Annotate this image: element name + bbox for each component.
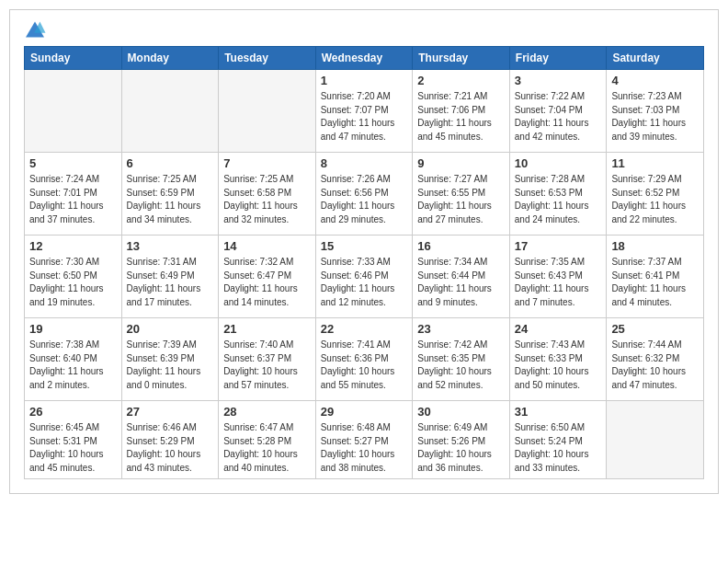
day-info: Sunrise: 7:31 AM Sunset: 6:49 PM Dayligh…: [127, 256, 214, 309]
day-number: 4: [611, 74, 699, 87]
calendar-cell: 4Sunrise: 7:23 AM Sunset: 7:03 PM Daylig…: [607, 70, 704, 153]
day-info: Sunrise: 7:39 AM Sunset: 6:39 PM Dayligh…: [127, 339, 214, 392]
calendar-table: SundayMondayTuesdayWednesdayThursdayFrid…: [24, 46, 704, 479]
calendar-cell: 2Sunrise: 7:21 AM Sunset: 7:06 PM Daylig…: [413, 70, 510, 153]
logo-icon: [24, 20, 46, 39]
calendar-cell: 25Sunrise: 7:44 AM Sunset: 6:32 PM Dayli…: [607, 318, 704, 401]
calendar-cell: 15Sunrise: 7:33 AM Sunset: 6:46 PM Dayli…: [315, 236, 413, 318]
day-info: Sunrise: 7:37 AM Sunset: 6:41 PM Dayligh…: [611, 256, 699, 309]
day-number: 20: [127, 322, 214, 336]
header: [24, 19, 704, 39]
weekday-header: Saturday: [607, 47, 704, 70]
calendar-week-row: 19Sunrise: 7:38 AM Sunset: 6:40 PM Dayli…: [25, 318, 704, 401]
day-info: Sunrise: 7:24 AM Sunset: 7:01 PM Dayligh…: [29, 173, 117, 226]
day-info: Sunrise: 7:29 AM Sunset: 6:52 PM Dayligh…: [611, 173, 699, 226]
day-number: 25: [611, 322, 699, 336]
day-number: 8: [321, 156, 408, 170]
day-info: Sunrise: 7:32 AM Sunset: 6:47 PM Dayligh…: [223, 256, 311, 309]
day-number: 7: [223, 156, 311, 170]
day-number: 17: [515, 239, 602, 253]
logo: [24, 19, 50, 39]
day-number: 22: [321, 322, 408, 336]
calendar-cell: 11Sunrise: 7:29 AM Sunset: 6:52 PM Dayli…: [607, 153, 704, 236]
day-number: 5: [29, 156, 117, 170]
calendar-week-row: 1Sunrise: 7:20 AM Sunset: 7:07 PM Daylig…: [25, 70, 704, 153]
calendar-cell: 17Sunrise: 7:35 AM Sunset: 6:43 PM Dayli…: [509, 236, 607, 318]
day-number: 9: [417, 156, 505, 170]
calendar-cell: [219, 70, 316, 153]
day-info: Sunrise: 7:26 AM Sunset: 6:56 PM Dayligh…: [321, 173, 408, 226]
weekday-header-row: SundayMondayTuesdayWednesdayThursdayFrid…: [25, 47, 704, 70]
day-info: Sunrise: 7:42 AM Sunset: 6:35 PM Dayligh…: [417, 339, 505, 392]
day-info: Sunrise: 7:30 AM Sunset: 6:50 PM Dayligh…: [29, 256, 117, 309]
day-number: 31: [515, 405, 602, 419]
calendar-cell: 30Sunrise: 6:49 AM Sunset: 5:26 PM Dayli…: [413, 401, 510, 479]
day-info: Sunrise: 6:50 AM Sunset: 5:24 PM Dayligh…: [515, 421, 602, 475]
calendar-cell: 19Sunrise: 7:38 AM Sunset: 6:40 PM Dayli…: [25, 318, 122, 401]
day-info: Sunrise: 7:41 AM Sunset: 6:36 PM Dayligh…: [321, 339, 408, 392]
calendar-cell: [25, 70, 122, 153]
calendar-cell: 23Sunrise: 7:42 AM Sunset: 6:35 PM Dayli…: [413, 318, 510, 401]
calendar-cell: 13Sunrise: 7:31 AM Sunset: 6:49 PM Dayli…: [121, 236, 219, 318]
calendar-cell: [121, 70, 219, 153]
day-number: 19: [29, 322, 117, 336]
day-number: 10: [515, 156, 602, 170]
day-info: Sunrise: 7:38 AM Sunset: 6:40 PM Dayligh…: [29, 339, 117, 392]
day-number: 18: [611, 239, 699, 253]
day-info: Sunrise: 7:23 AM Sunset: 7:03 PM Dayligh…: [611, 90, 699, 144]
day-info: Sunrise: 7:27 AM Sunset: 6:55 PM Dayligh…: [417, 173, 505, 226]
day-number: 23: [417, 322, 505, 336]
calendar-cell: 29Sunrise: 6:48 AM Sunset: 5:27 PM Dayli…: [315, 401, 413, 479]
calendar-week-row: 12Sunrise: 7:30 AM Sunset: 6:50 PM Dayli…: [25, 236, 704, 318]
calendar-cell: 21Sunrise: 7:40 AM Sunset: 6:37 PM Dayli…: [219, 318, 316, 401]
day-info: Sunrise: 7:20 AM Sunset: 7:07 PM Dayligh…: [321, 90, 408, 144]
calendar-cell: 3Sunrise: 7:22 AM Sunset: 7:04 PM Daylig…: [509, 70, 607, 153]
calendar-cell: 20Sunrise: 7:39 AM Sunset: 6:39 PM Dayli…: [121, 318, 219, 401]
calendar-cell: 16Sunrise: 7:34 AM Sunset: 6:44 PM Dayli…: [413, 236, 510, 318]
day-number: 30: [417, 405, 505, 419]
day-number: 28: [223, 405, 311, 419]
day-info: Sunrise: 6:45 AM Sunset: 5:31 PM Dayligh…: [29, 421, 117, 475]
weekday-header: Monday: [121, 47, 219, 70]
calendar-cell: 8Sunrise: 7:26 AM Sunset: 6:56 PM Daylig…: [315, 153, 413, 236]
day-info: Sunrise: 6:46 AM Sunset: 5:29 PM Dayligh…: [127, 421, 214, 475]
day-number: 12: [29, 239, 117, 253]
day-info: Sunrise: 7:28 AM Sunset: 6:53 PM Dayligh…: [515, 173, 602, 226]
calendar-cell: [607, 401, 704, 479]
calendar-cell: 14Sunrise: 7:32 AM Sunset: 6:47 PM Dayli…: [219, 236, 316, 318]
day-number: 16: [417, 239, 505, 253]
calendar-container: SundayMondayTuesdayWednesdayThursdayFrid…: [9, 9, 719, 494]
day-info: Sunrise: 6:49 AM Sunset: 5:26 PM Dayligh…: [417, 421, 505, 475]
calendar-cell: 18Sunrise: 7:37 AM Sunset: 6:41 PM Dayli…: [607, 236, 704, 318]
day-number: 11: [611, 156, 699, 170]
day-info: Sunrise: 7:34 AM Sunset: 6:44 PM Dayligh…: [417, 256, 505, 309]
day-info: Sunrise: 7:25 AM Sunset: 6:58 PM Dayligh…: [223, 173, 311, 226]
calendar-cell: 12Sunrise: 7:30 AM Sunset: 6:50 PM Dayli…: [25, 236, 122, 318]
day-number: 3: [515, 74, 602, 87]
day-number: 13: [127, 239, 214, 253]
day-info: Sunrise: 7:35 AM Sunset: 6:43 PM Dayligh…: [515, 256, 602, 309]
weekday-header: Friday: [509, 47, 607, 70]
calendar-cell: 31Sunrise: 6:50 AM Sunset: 5:24 PM Dayli…: [509, 401, 607, 479]
weekday-header: Sunday: [25, 47, 122, 70]
day-info: Sunrise: 7:25 AM Sunset: 6:59 PM Dayligh…: [127, 173, 214, 226]
day-number: 15: [321, 239, 408, 253]
calendar-cell: 28Sunrise: 6:47 AM Sunset: 5:28 PM Dayli…: [219, 401, 316, 479]
day-info: Sunrise: 7:43 AM Sunset: 6:33 PM Dayligh…: [515, 339, 602, 392]
day-number: 27: [127, 405, 214, 419]
day-number: 2: [417, 74, 505, 87]
calendar-cell: 5Sunrise: 7:24 AM Sunset: 7:01 PM Daylig…: [25, 153, 122, 236]
day-info: Sunrise: 7:22 AM Sunset: 7:04 PM Dayligh…: [515, 90, 602, 144]
weekday-header: Tuesday: [219, 47, 316, 70]
day-number: 24: [515, 322, 602, 336]
calendar-cell: 9Sunrise: 7:27 AM Sunset: 6:55 PM Daylig…: [413, 153, 510, 236]
day-number: 26: [29, 405, 117, 419]
day-info: Sunrise: 6:47 AM Sunset: 5:28 PM Dayligh…: [223, 421, 311, 475]
calendar-cell: 10Sunrise: 7:28 AM Sunset: 6:53 PM Dayli…: [509, 153, 607, 236]
calendar-cell: 6Sunrise: 7:25 AM Sunset: 6:59 PM Daylig…: [121, 153, 219, 236]
day-number: 21: [223, 322, 311, 336]
calendar-week-row: 5Sunrise: 7:24 AM Sunset: 7:01 PM Daylig…: [25, 153, 704, 236]
day-info: Sunrise: 7:21 AM Sunset: 7:06 PM Dayligh…: [417, 90, 505, 144]
day-number: 1: [321, 74, 408, 87]
calendar-cell: 7Sunrise: 7:25 AM Sunset: 6:58 PM Daylig…: [219, 153, 316, 236]
